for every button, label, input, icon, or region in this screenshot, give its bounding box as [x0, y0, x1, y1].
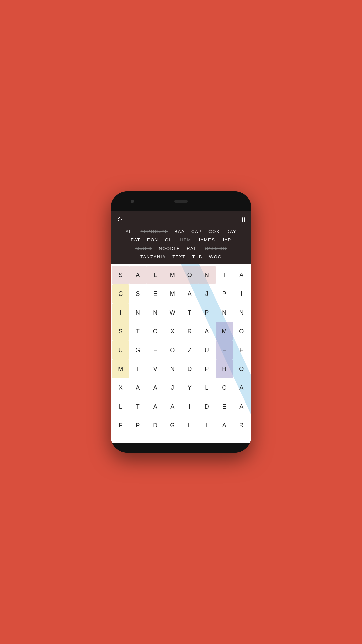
cell-4-2[interactable]: E: [146, 341, 164, 360]
cell-7-7[interactable]: A: [233, 397, 250, 416]
cell-3-1[interactable]: T: [129, 322, 147, 341]
word-row-1: AIT APPROVAL BAA CAP COX DAY: [117, 228, 245, 235]
cell-5-2[interactable]: V: [146, 360, 164, 378]
cell-8-0[interactable]: F: [112, 416, 129, 435]
cell-3-5[interactable]: A: [198, 322, 216, 341]
cell-2-1[interactable]: N: [129, 303, 147, 322]
cell-7-5[interactable]: D: [198, 397, 216, 416]
cell-7-3[interactable]: A: [164, 397, 181, 416]
cell-4-7[interactable]: E: [233, 341, 250, 360]
cell-2-7[interactable]: N: [233, 303, 250, 322]
cell-7-0[interactable]: L: [112, 397, 129, 416]
cell-3-7[interactable]: O: [233, 322, 250, 341]
cell-8-5[interactable]: I: [198, 416, 216, 435]
cell-5-0[interactable]: M: [112, 360, 129, 378]
cell-3-0[interactable]: S: [112, 322, 129, 341]
cell-6-6[interactable]: C: [216, 378, 233, 397]
pause-button[interactable]: [239, 217, 245, 222]
cell-8-7[interactable]: R: [233, 416, 250, 435]
cell-1-5[interactable]: J: [198, 284, 216, 303]
cell-1-0[interactable]: C: [112, 284, 129, 303]
cell-8-4[interactable]: L: [181, 416, 198, 435]
word-cap: CAP: [190, 228, 203, 235]
cell-0-7[interactable]: A: [233, 266, 250, 284]
cell-2-2[interactable]: N: [146, 303, 164, 322]
cell-2-3[interactable]: W: [164, 303, 181, 322]
cell-1-6[interactable]: P: [216, 284, 233, 303]
cell-4-0[interactable]: U: [112, 341, 129, 360]
letter-grid[interactable]: SALMONTACSEMAJPIINNWTPNNSTOXRAMOUGEOZUEE…: [111, 264, 251, 436]
cell-0-4[interactable]: O: [181, 266, 198, 284]
word-hem: HEM: [179, 236, 192, 244]
cell-7-2[interactable]: A: [146, 397, 164, 416]
word-jap: JAP: [220, 236, 232, 244]
cell-6-5[interactable]: L: [198, 378, 216, 397]
phone-bottom-bar: [111, 443, 251, 453]
cell-6-4[interactable]: Y: [181, 378, 198, 397]
cell-5-7[interactable]: O: [233, 360, 250, 378]
cell-8-1[interactable]: P: [129, 416, 147, 435]
word-cox: COX: [207, 228, 221, 235]
cell-0-3[interactable]: M: [164, 266, 181, 284]
cell-3-6[interactable]: M: [216, 322, 233, 341]
word-tub: TUB: [191, 253, 204, 260]
cell-3-2[interactable]: O: [146, 322, 164, 341]
word-ait: AIT: [124, 228, 135, 235]
cell-6-7[interactable]: A: [233, 378, 250, 397]
cell-4-6[interactable]: E: [216, 341, 233, 360]
cell-1-4[interactable]: A: [181, 284, 198, 303]
cell-1-7[interactable]: I: [233, 284, 250, 303]
game-header: ⏱ AIT APPROVAL BAA CAP: [111, 211, 251, 264]
cell-6-1[interactable]: A: [129, 378, 147, 397]
cell-0-2[interactable]: L: [146, 266, 164, 284]
cell-6-2[interactable]: A: [146, 378, 164, 397]
word-eon: EON: [146, 236, 160, 244]
timer-section: ⏱: [117, 217, 125, 223]
cell-2-5[interactable]: P: [198, 303, 216, 322]
cell-0-1[interactable]: A: [129, 266, 147, 284]
cell-8-6[interactable]: A: [216, 416, 233, 435]
word-text: TEXT: [171, 253, 187, 260]
word-salmon: SALMON: [204, 245, 228, 252]
cell-4-3[interactable]: O: [164, 341, 181, 360]
cell-1-1[interactable]: S: [129, 284, 147, 303]
letter-grid-area[interactable]: SALMONTACSEMAJPIINNWTPNNSTOXRAMOUGEOZUEE…: [111, 264, 251, 443]
word-tanzania: TANZANIA: [139, 253, 167, 260]
timer-icon: ⏱: [117, 217, 123, 223]
cell-5-1[interactable]: T: [129, 360, 147, 378]
word-music: MUSIC: [134, 245, 153, 252]
cell-1-2[interactable]: E: [146, 284, 164, 303]
cell-2-6[interactable]: N: [216, 303, 233, 322]
cell-7-6[interactable]: E: [216, 397, 233, 416]
cell-7-1[interactable]: T: [129, 397, 147, 416]
word-eat: EAT: [129, 236, 142, 244]
cell-2-4[interactable]: T: [181, 303, 198, 322]
word-baa: BAA: [173, 228, 186, 235]
grid-container: SALMONTACSEMAJPIINNWTPNNSTOXRAMOUGEOZUEE…: [111, 264, 251, 443]
cell-4-5[interactable]: U: [198, 341, 216, 360]
cell-6-0[interactable]: X: [112, 378, 129, 397]
word-gil: GIL: [164, 236, 175, 244]
cell-7-4[interactable]: I: [181, 397, 198, 416]
word-rail: RAIL: [185, 245, 200, 252]
cell-6-3[interactable]: J: [164, 378, 181, 397]
cell-5-3[interactable]: N: [164, 360, 181, 378]
cell-0-5[interactable]: N: [198, 266, 216, 284]
cell-3-4[interactable]: R: [181, 322, 198, 341]
word-james: JAMES: [197, 236, 217, 244]
phone-top-bar: [111, 191, 251, 211]
cell-5-6[interactable]: H: [216, 360, 233, 378]
cell-0-0[interactable]: S: [112, 266, 129, 284]
cell-4-4[interactable]: Z: [181, 341, 198, 360]
cell-5-4[interactable]: D: [181, 360, 198, 378]
phone-screen: ⏱ AIT APPROVAL BAA CAP: [111, 211, 251, 443]
cell-4-1[interactable]: G: [129, 341, 147, 360]
cell-8-3[interactable]: G: [164, 416, 181, 435]
cell-8-2[interactable]: D: [146, 416, 164, 435]
word-list: AIT APPROVAL BAA CAP COX DAY EAT EON GIL…: [117, 228, 245, 260]
cell-3-3[interactable]: X: [164, 322, 181, 341]
cell-2-0[interactable]: I: [112, 303, 129, 322]
cell-5-5[interactable]: P: [198, 360, 216, 378]
cell-0-6[interactable]: T: [216, 266, 233, 284]
cell-1-3[interactable]: M: [164, 284, 181, 303]
